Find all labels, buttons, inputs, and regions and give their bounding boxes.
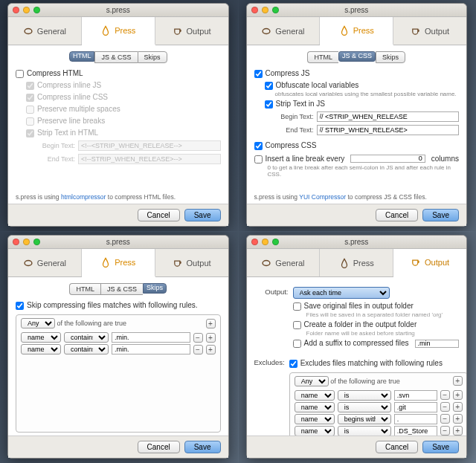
tab-output[interactable]: Output	[393, 249, 466, 277]
cancel-button[interactable]: Cancel	[138, 441, 180, 453]
inline-js-chk[interactable]: Compress inline JS	[26, 81, 221, 90]
tab-press[interactable]: Press	[82, 249, 155, 277]
add-rule-button[interactable]: +	[453, 414, 463, 424]
any-select[interactable]: Any	[21, 318, 55, 328]
save-button[interactable]: Save	[422, 441, 459, 453]
segment-skips[interactable]: Skips	[376, 51, 405, 63]
rule-field-select[interactable]: name	[295, 414, 335, 424]
rule-field-select[interactable]: name	[295, 390, 335, 401]
main-tabs: General Press Output	[247, 17, 467, 45]
add-rule-button[interactable]: +	[206, 319, 216, 328]
rule-value-input[interactable]	[112, 332, 190, 343]
htmlcompressor-link[interactable]: htmlcompressor	[61, 193, 106, 201]
tab-label: Press	[115, 258, 135, 267]
titlebar: s.press	[247, 4, 467, 17]
cancel-button[interactable]: Cancel	[376, 441, 418, 453]
strip-text-chk[interactable]: Strip Text in HTML	[26, 129, 221, 137]
rule-value-input[interactable]	[394, 414, 437, 424]
tab-general[interactable]: General	[8, 249, 82, 276]
segment-html[interactable]: HTML	[307, 51, 338, 63]
rule-op-select[interactable]: contains	[64, 344, 109, 354]
tab-output[interactable]: Output	[155, 17, 228, 45]
add-rule-button[interactable]: +	[453, 376, 463, 386]
any-select[interactable]: Any	[295, 376, 329, 386]
rule-field-select[interactable]: name	[21, 344, 61, 354]
tab-label: Press	[115, 26, 135, 35]
add-rule-button[interactable]: +	[453, 426, 463, 436]
tab-general[interactable]: General	[8, 17, 82, 45]
linebreak-input[interactable]	[350, 155, 425, 163]
rule-field-select[interactable]: name	[295, 426, 335, 436]
linebreak-chk[interactable]: Insert a line break every columns	[254, 155, 460, 163]
output-select[interactable]: Ask each time	[293, 287, 390, 299]
rule-op-select[interactable]: contains	[64, 332, 109, 343]
compress-css-chk[interactable]: Compress CSS	[254, 141, 460, 150]
add-rule-button[interactable]: +	[453, 390, 463, 400]
skip-rules-chk[interactable]: Skip compressing files matches with foll…	[16, 301, 221, 310]
rule-op-select[interactable]: is	[338, 426, 391, 436]
suffix-input[interactable]	[415, 340, 460, 348]
save-orig-chk[interactable]: Save original files in output folder	[293, 302, 460, 311]
obfuscate-note: obfuscates local variables using the sma…	[275, 91, 460, 98]
segment-skips[interactable]: Skips	[138, 51, 167, 63]
rule-op-select[interactable]: is	[338, 402, 391, 412]
cancel-button[interactable]: Cancel	[376, 209, 418, 221]
window-press-jscss: s.press General Press Output HTML JS & C…	[246, 3, 468, 227]
rule-value-input[interactable]	[394, 402, 437, 412]
tab-label: General	[37, 27, 66, 36]
preserve-spaces-chk[interactable]: Preserve multiple spaces	[26, 105, 221, 114]
segment-html[interactable]: HTML	[69, 283, 100, 295]
window-press-html: s.press General Press Output HTML JS & C…	[7, 3, 229, 227]
excludes-chk[interactable]: Excludes files matching with following r…	[289, 359, 466, 368]
main-tabs: General Press Output	[8, 249, 228, 277]
remove-rule-button[interactable]: −	[193, 345, 203, 354]
add-rule-button[interactable]: +	[453, 402, 463, 412]
save-button[interactable]: Save	[184, 209, 221, 221]
add-rule-button[interactable]: +	[206, 333, 216, 343]
end-text-input[interactable]	[78, 154, 221, 164]
rule-op-select[interactable]: is	[338, 390, 391, 401]
add-rule-button[interactable]: +	[206, 345, 216, 354]
cancel-button[interactable]: Cancel	[138, 209, 180, 221]
remove-rule-button[interactable]: −	[193, 333, 203, 343]
tab-label: Output	[187, 27, 211, 36]
rule-value-input[interactable]	[394, 390, 437, 401]
rule-op-select[interactable]: begins with	[338, 414, 391, 424]
remove-rule-button[interactable]: −	[440, 402, 450, 412]
tab-press[interactable]: Press	[82, 17, 155, 45]
save-button[interactable]: Save	[184, 441, 221, 453]
remove-rule-button[interactable]: −	[440, 390, 450, 400]
compress-html-chk[interactable]: Compress HTML	[16, 69, 221, 78]
segment-jscss[interactable]: JS & CSS	[94, 51, 137, 63]
segment-skips[interactable]: Skips	[143, 283, 167, 294]
tab-label: Output	[187, 259, 211, 268]
tab-press[interactable]: Press	[320, 249, 393, 276]
preserve-breaks-chk[interactable]: Preserve line breaks	[26, 117, 221, 126]
begin-text-input[interactable]	[78, 140, 221, 151]
tab-press[interactable]: Press	[320, 17, 393, 45]
strip-text-js-chk[interactable]: Strip Text in JS	[265, 100, 460, 109]
rule-value-input[interactable]	[394, 426, 437, 436]
obfuscate-chk[interactable]: Obfuscate local variables	[265, 81, 460, 90]
tab-output[interactable]: Output	[393, 17, 466, 45]
segment-jscss[interactable]: JS & CSS	[338, 51, 376, 62]
remove-rule-button[interactable]: −	[440, 426, 450, 436]
tab-general[interactable]: General	[247, 249, 321, 276]
rule-field-select[interactable]: name	[295, 402, 335, 412]
remove-rule-button[interactable]: −	[440, 414, 450, 424]
save-button[interactable]: Save	[422, 209, 459, 221]
inline-css-chk[interactable]: Compress inline CSS	[26, 93, 221, 102]
end-text-input[interactable]	[317, 125, 460, 135]
rule-value-input[interactable]	[112, 344, 190, 354]
tab-output[interactable]: Output	[155, 249, 228, 276]
compress-js-chk[interactable]: Compress JS	[254, 69, 460, 78]
rule-field-select[interactable]: name	[21, 332, 61, 343]
tab-general[interactable]: General	[247, 17, 321, 45]
create-folder-chk[interactable]: Create a folder in the output folder	[293, 320, 460, 329]
yui-link[interactable]: YUI Compressor	[299, 193, 346, 201]
segment-jscss[interactable]: JS & CSS	[100, 283, 143, 295]
begin-text-input[interactable]	[317, 111, 460, 122]
add-suffix-chk[interactable]: Add a suffix to compressed files	[293, 339, 460, 348]
segment-control: HTML JS & CSS Skips	[16, 51, 221, 63]
segment-html[interactable]: HTML	[69, 51, 95, 62]
